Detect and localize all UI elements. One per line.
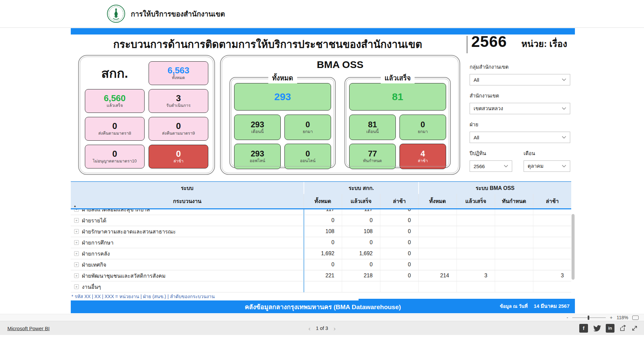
- kpi-tile-returned-m9[interactable]: 0 ส่งคืนตามมาตรา9: [149, 117, 208, 141]
- twitter-icon[interactable]: [593, 325, 601, 332]
- kpi-label: แล้วเสร็จ: [107, 104, 123, 108]
- dropdown-value: เขตสวนหลวง: [474, 105, 503, 113]
- column-header-sakok-total[interactable]: ทั้งหมด: [304, 194, 342, 208]
- cell-sakok-completed: 117: [342, 209, 380, 215]
- column-header-text: กระบวนงาน: [173, 197, 202, 205]
- cell-oss-completed: [457, 281, 495, 292]
- cell-sakok-completed: 1,692: [342, 248, 380, 259]
- kpi-tile-total[interactable]: 6,563 ทั้งหมด: [149, 61, 208, 85]
- oss-total-offline-tile[interactable]: 293 ออฟไลน์: [234, 144, 281, 169]
- bma-seal-logo: [107, 4, 125, 23]
- oss-done-this-month-tile[interactable]: 81 เดือนนี้: [349, 115, 396, 140]
- fit-to-page-icon[interactable]: [632, 316, 639, 320]
- kpi-value: 0: [112, 149, 117, 158]
- table-row[interactable]: +ฝ่ายรักษาความสะอาดและสวนสาธารณะ 108 108…: [71, 226, 571, 237]
- chevron-down-icon: [562, 165, 566, 167]
- powerbi-bottom-bar: Microsoft Power BI ‹ 1 of 3 › f in: [0, 321, 644, 335]
- year-dropdown[interactable]: 2566: [470, 160, 512, 172]
- oss-total-online-tile[interactable]: 0 ออนไลน์: [284, 144, 331, 169]
- oss-done-on-time-tile[interactable]: 77 ทันกำหนด: [349, 144, 396, 169]
- datawarehouse-title: คลังข้อมูลกลางกรุงเทพมหานคร (BMA Datawar…: [71, 300, 575, 313]
- fullscreen-icon[interactable]: [631, 325, 638, 332]
- expand-plus-icon[interactable]: +: [74, 218, 79, 223]
- linkedin-icon[interactable]: in: [606, 324, 614, 333]
- table-row[interactable]: +ฝ่ายการคลัง 1,692 1,692 0: [71, 248, 571, 259]
- district-dropdown[interactable]: เขตสวนหลวง: [470, 103, 570, 114]
- column-header-sakok-completed[interactable]: แล้วเสร็จ: [342, 194, 380, 208]
- expand-plus-icon[interactable]: +: [74, 240, 79, 245]
- cell-sakok-delayed: 0: [380, 226, 418, 237]
- kpi-tile-in-progress[interactable]: 3 รับดำเนินการ: [149, 89, 208, 113]
- expand-plus-icon[interactable]: +: [74, 284, 79, 289]
- oss-total-section: ทั้งหมด 293 293 เดือนนี้ 0 ยกมา 293 ออฟไ…: [229, 77, 336, 168]
- column-header-sakok-delayed[interactable]: ล่าช้า: [380, 194, 418, 208]
- column-header-process[interactable]: กระบวนงาน ▲: [71, 194, 304, 208]
- kpi-value: 0: [421, 121, 425, 129]
- zoom-out-button[interactable]: -: [567, 315, 568, 320]
- kpi-tile-returned-m8[interactable]: 0 ส่งคืนตามมาตรา8: [85, 117, 145, 141]
- expand-plus-icon[interactable]: +: [74, 251, 79, 256]
- datawarehouse-footer-bar: ข้อมูล ณ วันที่ 14 มีนาคม 2567 คลังข้อมู…: [71, 300, 575, 313]
- table-scrollbar[interactable]: [572, 209, 575, 292]
- division-dropdown[interactable]: All: [470, 132, 570, 143]
- cell-sakok-delayed: [380, 281, 418, 292]
- cell-sakok-total: 117: [304, 209, 342, 215]
- table-row[interactable]: +งานอื่นๆ: [71, 281, 571, 292]
- column-header-oss-total[interactable]: ทั้งหมด: [418, 194, 457, 208]
- zoom-slider-thumb[interactable]: [588, 316, 589, 320]
- process-name: ฝ่ายรักษาความสะอาดและสวนสาธารณะ: [82, 227, 176, 236]
- kpi-tile-completed[interactable]: 6,560 แล้วเสร็จ: [85, 89, 145, 113]
- oss-total-carried-tile[interactable]: 0 ยกมา: [284, 115, 331, 140]
- next-page-chevron-icon[interactable]: ›: [333, 325, 335, 331]
- sort-ascending-icon[interactable]: ▲: [73, 204, 76, 208]
- cell-sakok-delayed: 0: [380, 259, 418, 270]
- kpi-value: 4: [421, 150, 425, 158]
- zoom-slider[interactable]: [572, 318, 606, 318]
- expand-plus-icon[interactable]: +: [74, 273, 79, 278]
- table-row[interactable]: +ฝ่ายพัฒนาชุมชนและสวัสดิการสังคม 221 218…: [71, 270, 571, 281]
- kpi-tile-denied-m10[interactable]: 0 ไม่อนุญาตตามมาตรา10: [85, 145, 145, 168]
- cell-oss-total: [418, 281, 457, 292]
- zoom-control-row: - + 118%: [0, 314, 644, 321]
- powerbi-brand-link[interactable]: Microsoft Power BI: [7, 325, 50, 331]
- column-header-oss-completed[interactable]: แล้วเสร็จ: [457, 194, 495, 208]
- column-header-oss-on-time[interactable]: ทันกำหนด: [495, 194, 533, 208]
- cell-oss-delayed: [533, 226, 571, 237]
- expand-plus-icon[interactable]: +: [74, 209, 79, 212]
- kpi-label: ไม่อนุญาตตามมาตรา10: [93, 159, 137, 164]
- district-group-dropdown[interactable]: All: [470, 74, 570, 85]
- kpi-label: ออนไลน์: [300, 159, 315, 163]
- oss-total-main-tile[interactable]: 293: [234, 83, 331, 111]
- kpi-value: 0: [112, 122, 117, 130]
- oss-done-carried-tile[interactable]: 0 ยกมา: [399, 115, 446, 140]
- cell-sakok-total: 0: [304, 237, 342, 248]
- cell-oss-delayed: [533, 209, 571, 215]
- kpi-value: 3: [176, 94, 181, 102]
- kpi-value: 0: [176, 149, 181, 158]
- expand-plus-icon[interactable]: +: [74, 262, 79, 267]
- unit-label: หน่วย: เรื่อง: [521, 37, 567, 51]
- oss-done-main-tile[interactable]: 81: [349, 83, 446, 111]
- previous-page-chevron-icon[interactable]: ‹: [309, 325, 311, 331]
- kpi-label: ทันกำหนด: [363, 159, 382, 163]
- table-row[interactable]: +ฝ่ายสิ่งแวดล้อมและสุขาภิบาล 117 117 0: [71, 209, 571, 215]
- zoom-in-button[interactable]: +: [610, 315, 612, 320]
- kpi-value: 293: [251, 121, 264, 129]
- cell-sakok-completed: 0: [342, 237, 380, 248]
- column-header-oss-delayed[interactable]: ล่าช้า: [533, 194, 571, 208]
- oss-card-title: BMA OSS: [221, 59, 460, 70]
- kpi-tile-delayed[interactable]: 0 ล่าช้า: [149, 145, 208, 168]
- facebook-icon[interactable]: f: [579, 324, 588, 333]
- table-row[interactable]: +ฝ่ายรายได้ 0 0 0: [71, 215, 571, 226]
- expand-plus-icon[interactable]: +: [74, 229, 79, 234]
- report-title-row: กระบวนการด้านการติดตามการให้บริการประชาช…: [71, 35, 575, 55]
- scrollbar-thumb[interactable]: [572, 214, 575, 280]
- oss-done-delayed-tile[interactable]: 4 ล่าช้า: [399, 144, 446, 169]
- share-icon[interactable]: [619, 325, 627, 332]
- table-row[interactable]: +ฝ่ายการศึกษา 0 0 0: [71, 237, 571, 248]
- oss-total-this-month-tile[interactable]: 293 เดือนนี้: [234, 115, 281, 140]
- process-matrix-table: ระบบ ระบบ สกก. ระบบ BMA OSS กระบวนงาน ▲ …: [71, 181, 571, 292]
- table-row[interactable]: +ฝ่ายเทศกิจ 0 0 0: [71, 259, 571, 270]
- cell-oss-delayed: [533, 237, 571, 248]
- month-dropdown[interactable]: ตุลาคม: [524, 160, 570, 172]
